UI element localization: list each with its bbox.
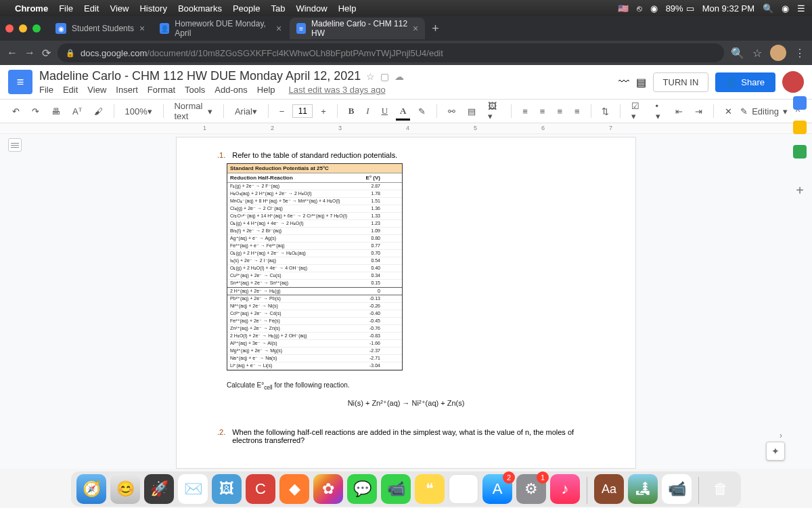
turn-in-button[interactable]: TURN IN	[653, 72, 709, 92]
docs-menu-view[interactable]: View	[87, 85, 106, 95]
align-justify-button[interactable]: ≡	[570, 104, 584, 119]
activity-icon[interactable]: 〰	[618, 76, 629, 88]
menu-window[interactable]: Window	[296, 3, 327, 14]
insert-link-button[interactable]: ⚯	[444, 104, 459, 119]
docs-menu-help[interactable]: Help	[257, 85, 275, 95]
docs-logo-icon[interactable]: ≡	[8, 70, 32, 94]
move-icon[interactable]: ▢	[380, 71, 389, 82]
menu-edit[interactable]: Edit	[84, 3, 99, 14]
docs-menu-edit[interactable]: Edit	[63, 85, 78, 95]
finder-icon[interactable]: 😊	[110, 474, 140, 504]
document-canvas[interactable]: .1. Refer to the table of standard reduc…	[0, 134, 812, 469]
spotlight-icon[interactable]: 🔍	[763, 3, 773, 14]
star-icon[interactable]: ☆	[366, 71, 375, 82]
italic-button[interactable]: I	[362, 103, 373, 119]
maximize-window-button[interactable]	[32, 24, 41, 33]
insert-image-button[interactable]: 🖼 ▾	[484, 98, 504, 124]
chrome-icon[interactable]: ◯	[449, 474, 478, 504]
bookmark-star-icon[interactable]: ☆	[752, 47, 762, 60]
new-tab-button[interactable]: +	[432, 22, 439, 36]
highlight-button[interactable]: ✎	[414, 104, 430, 119]
photos-icon[interactable]: ✿	[313, 474, 343, 504]
bulleted-list-button[interactable]: • ▾	[652, 98, 668, 124]
ruler[interactable]: 1 2 3 4 5 6 7	[0, 123, 812, 134]
app-icon[interactable]: ◆	[279, 474, 309, 504]
undo-button[interactable]: ↶	[8, 104, 24, 119]
mail-icon[interactable]: ✉️	[178, 474, 208, 504]
indent-increase-button[interactable]: ⇥	[691, 104, 706, 119]
menu-file[interactable]: File	[59, 3, 73, 14]
print-button[interactable]: 🖶	[47, 104, 64, 119]
camera-app-icon[interactable]: 📹	[662, 474, 692, 504]
clock[interactable]: Mon 9:32 PM	[702, 3, 754, 14]
close-tab-icon[interactable]: ×	[276, 23, 281, 34]
keep-icon[interactable]	[793, 121, 807, 134]
close-tab-icon[interactable]: ×	[139, 23, 145, 34]
indent-decrease-button[interactable]: ⇤	[671, 104, 687, 119]
document-page[interactable]: .1. Refer to the table of standard reduc…	[176, 137, 636, 469]
docs-menu-tools[interactable]: Tools	[185, 85, 205, 95]
settings-icon[interactable]: ⚙1	[516, 474, 546, 504]
editing-mode-select[interactable]: ✎ Editing ▾	[740, 106, 788, 117]
menu-history[interactable]: History	[139, 3, 166, 14]
address-bar[interactable]: 🔒 docs.google.com/document/d/10m8ZGoSGXK…	[58, 43, 724, 62]
align-right-button[interactable]: ≡	[553, 104, 566, 119]
calendar-icon[interactable]	[793, 96, 807, 110]
style-select[interactable]: Normal text ▾	[170, 98, 217, 124]
menu-view[interactable]: View	[110, 3, 129, 14]
docs-menu-file[interactable]: File	[39, 85, 53, 95]
menu-tab[interactable]: Tab	[271, 3, 285, 14]
profile-avatar[interactable]	[770, 45, 786, 61]
last-edit-link[interactable]: Last edit was 3 days ago	[289, 85, 386, 95]
browser-tab[interactable]: ◉ Student Students ×	[49, 18, 152, 39]
explore-button[interactable]: ✦	[766, 442, 785, 461]
line-spacing-button[interactable]: ⇅	[597, 104, 613, 119]
font-size-input[interactable]	[292, 104, 313, 118]
photo-file-icon[interactable]: 🏞	[628, 474, 658, 504]
spellcheck-button[interactable]: Aᵀ	[68, 104, 86, 119]
insert-comment-button[interactable]: ▤	[464, 104, 480, 119]
underline-button[interactable]: U	[378, 103, 392, 119]
checklist-button[interactable]: ☑ ▾	[627, 98, 647, 124]
align-center-button[interactable]: ≡	[536, 104, 549, 119]
paint-format-button[interactable]: 🖌	[90, 104, 107, 119]
search-icon[interactable]: 🔍	[731, 47, 744, 60]
align-left-button[interactable]: ≡	[518, 104, 532, 119]
browser-tab[interactable]: 👤 Homework DUE Monday, April ×	[153, 18, 288, 39]
bold-button[interactable]: B	[344, 103, 359, 119]
reload-button[interactable]: ⟳	[42, 47, 51, 60]
flag-icon[interactable]: 🇺🇸	[618, 3, 629, 14]
docs-menu-insert[interactable]: Insert	[116, 85, 138, 95]
back-button[interactable]: ←	[7, 47, 18, 59]
wifi-icon[interactable]: ◉	[650, 3, 658, 14]
text-color-button[interactable]: A	[396, 103, 410, 119]
bluetooth-icon[interactable]: ⎋	[637, 3, 642, 14]
kebab-menu-icon[interactable]: ⋮	[794, 47, 805, 60]
font-size-decrease[interactable]: −	[275, 104, 289, 119]
font-select[interactable]: Arial ▾	[231, 104, 261, 119]
preview-icon[interactable]: 🖼	[212, 474, 242, 504]
menu-help[interactable]: Help	[338, 3, 357, 14]
font-size-increase[interactable]: +	[317, 104, 330, 119]
appstore-icon[interactable]: A2	[482, 474, 512, 504]
redo-button[interactable]: ↷	[28, 104, 43, 119]
add-addon-button[interactable]: +	[796, 183, 804, 198]
browser-tab-active[interactable]: ≡ Madeline Carlo - CHM 112 HW ×	[290, 18, 425, 39]
notes-icon[interactable]: ❝	[415, 474, 445, 504]
launchpad-icon[interactable]: 🚀	[144, 474, 174, 504]
menu-icon[interactable]: ☰	[797, 3, 805, 14]
battery-status[interactable]: 89% ▭	[666, 3, 694, 14]
docs-menu-format[interactable]: Format	[148, 85, 175, 95]
tasks-icon[interactable]	[793, 145, 807, 158]
close-window-button[interactable]	[5, 24, 14, 33]
close-tab-icon[interactable]: ×	[413, 23, 418, 34]
trash-icon[interactable]: 🗑	[706, 474, 736, 504]
safari-icon[interactable]: 🧭	[76, 474, 106, 504]
cloud-icon[interactable]: ☁	[394, 71, 404, 82]
zoom-select[interactable]: 100% ▾	[120, 104, 156, 119]
music-icon[interactable]: ♪	[550, 474, 580, 504]
minimize-window-button[interactable]	[19, 24, 27, 33]
menu-bookmarks[interactable]: Bookmarks	[178, 3, 222, 14]
messages-icon[interactable]: 💬	[347, 474, 377, 504]
ccleaner-icon[interactable]: C	[246, 474, 275, 504]
